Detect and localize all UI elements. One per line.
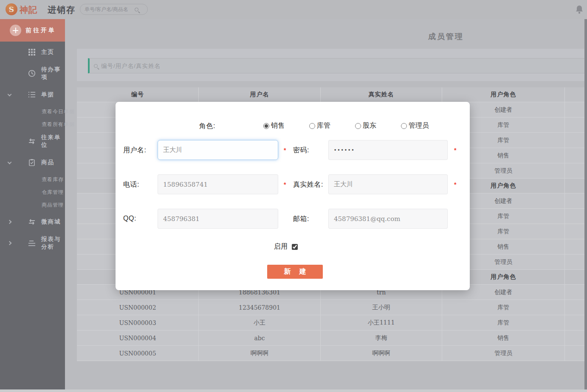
email-label: 邮箱: [293, 215, 309, 224]
horizontal-scrollbar[interactable] [0, 389, 587, 392]
table-cell: 啊啊啊 [199, 346, 321, 361]
sidebar-item-label: 商品 [41, 159, 54, 166]
sidebar-item-label: 往来单位 [41, 134, 65, 149]
create-member-modal: 角色: 销售 库管 股东 管理员 用户名: * 密码: * 电话: * 真实姓名… [116, 102, 470, 290]
required-mark: * [284, 147, 286, 154]
radio-icon[interactable] [263, 123, 269, 129]
sidebar-subitem-product-mgmt[interactable]: 商品管理 [0, 199, 65, 211]
enable-row: 启用 [274, 242, 298, 251]
table-cell [565, 300, 587, 315]
member-filter-input[interactable] [101, 63, 587, 69]
table-cell [565, 255, 587, 270]
table-cell: USN000005 [77, 346, 199, 361]
notification-bell-icon[interactable] [575, 5, 584, 14]
chevron-right-icon [8, 220, 12, 224]
global-search[interactable] [80, 4, 148, 15]
table-cell: 销售 [442, 330, 565, 346]
radio-icon[interactable] [355, 123, 361, 129]
vertical-scrollbar[interactable] [584, 19, 587, 389]
username-field[interactable] [158, 140, 278, 160]
chevron-down-icon [8, 92, 12, 96]
role-option-label: 库管 [317, 121, 330, 130]
password-label: 密码: [293, 146, 309, 155]
sidebar-item-products[interactable]: 商品 [0, 152, 65, 173]
role-option-shareholder[interactable]: 股东 [355, 121, 376, 130]
sidebar-item-reports[interactable]: 报表与分析 [0, 232, 65, 254]
swap-arrows-icon [28, 137, 36, 145]
sidebar-subitem-warehouse[interactable]: 仓库管理 [0, 186, 65, 199]
table-row[interactable]: USN000004abc李梅销售 [77, 330, 587, 346]
radio-icon[interactable] [309, 123, 315, 129]
realname-field[interactable] [328, 174, 448, 194]
table-cell: 管理员 [442, 346, 565, 361]
table-cell [565, 133, 587, 148]
required-mark: * [454, 147, 456, 154]
password-field[interactable] [328, 140, 448, 160]
table-cell [565, 102, 587, 118]
table-cell [565, 239, 587, 255]
email-field[interactable] [328, 209, 448, 229]
create-button[interactable]: 新 建 [267, 265, 323, 279]
column-header [565, 270, 587, 285]
sidebar-subitem-all-orders[interactable]: 查看所有单据 [0, 118, 65, 131]
table-row[interactable]: USN000003小王小王1111库管 [77, 315, 587, 330]
qq-field[interactable] [158, 209, 278, 229]
top-bar: S 神記 进销存 [0, 0, 587, 19]
table-cell: 库管 [442, 315, 565, 330]
search-icon [94, 64, 98, 68]
sidebar-item-partners[interactable]: 往来单位 [0, 131, 65, 152]
role-option-sales[interactable]: 销售 [263, 121, 285, 130]
table-cell: USN000002 [77, 300, 199, 315]
column-header: 用户名 [199, 87, 321, 102]
table-row[interactable]: USN000005啊啊啊啊啊啊管理员 [77, 346, 587, 361]
column-header [565, 87, 587, 102]
swap-arrows-icon [28, 218, 36, 226]
role-option-admin[interactable]: 管理员 [401, 121, 429, 130]
column-header: 编号 [77, 87, 199, 102]
radio-icon[interactable] [401, 123, 407, 129]
table-cell [565, 224, 587, 239]
table-cell: USN000003 [77, 315, 199, 330]
filter-toolbar [77, 49, 587, 81]
global-search-input[interactable] [85, 6, 135, 12]
report-lines-icon [28, 239, 36, 247]
role-option-label: 股东 [363, 121, 376, 130]
list-icon [28, 91, 36, 98]
sidebar-item-label: 报表与分析 [41, 235, 65, 251]
phone-field[interactable] [158, 174, 278, 194]
chevron-right-icon [8, 241, 12, 245]
table-cell: abc [199, 330, 321, 346]
column-header [565, 179, 587, 193]
sidebar-item-orders[interactable]: 单据 [0, 84, 65, 105]
enable-label: 启用 [274, 242, 288, 251]
sidebar: 前往开单 主页 待办事项 单据 查看今日单据 查看所有单据 [0, 19, 65, 389]
sidebar-item-create-order[interactable]: 前往开单 [0, 19, 65, 42]
role-option-label: 销售 [271, 121, 285, 130]
app-logo-icon: S [6, 3, 17, 15]
table-cell [565, 148, 587, 163]
column-header: 用户角色 [442, 87, 565, 102]
sidebar-item-home[interactable]: 主页 [0, 42, 65, 63]
sidebar-item-todo[interactable]: 待办事项 [0, 63, 65, 84]
role-option-label: 管理员 [409, 121, 429, 130]
sidebar-item-label: 待办事项 [41, 66, 65, 81]
sidebar-subitem-stock[interactable]: 查看库存 [0, 173, 65, 186]
chevron-down-icon [8, 160, 12, 164]
enable-checkbox[interactable] [292, 244, 298, 250]
brand-name: 神記 [20, 4, 37, 16]
table-cell: 啊啊啊 [321, 346, 442, 361]
sidebar-item-label: 单据 [41, 91, 54, 98]
role-option-warehouse[interactable]: 库管 [309, 121, 330, 130]
sidebar-subitem-today-orders[interactable]: 查看今日单据 [0, 105, 65, 118]
table-cell [565, 209, 587, 224]
table-row[interactable]: USN00000212345678901王小明库管 [77, 300, 587, 315]
table-cell: 12345678901 [199, 300, 321, 315]
table-cell [565, 315, 587, 330]
sidebar-item-microshop[interactable]: 微商城 [0, 211, 65, 232]
table-cell [565, 163, 587, 179]
clock-icon [28, 70, 36, 77]
table-cell: USN000004 [77, 330, 199, 346]
required-mark: * [454, 181, 456, 188]
phone-label: 电话: [123, 180, 139, 189]
member-filter[interactable] [88, 58, 587, 73]
